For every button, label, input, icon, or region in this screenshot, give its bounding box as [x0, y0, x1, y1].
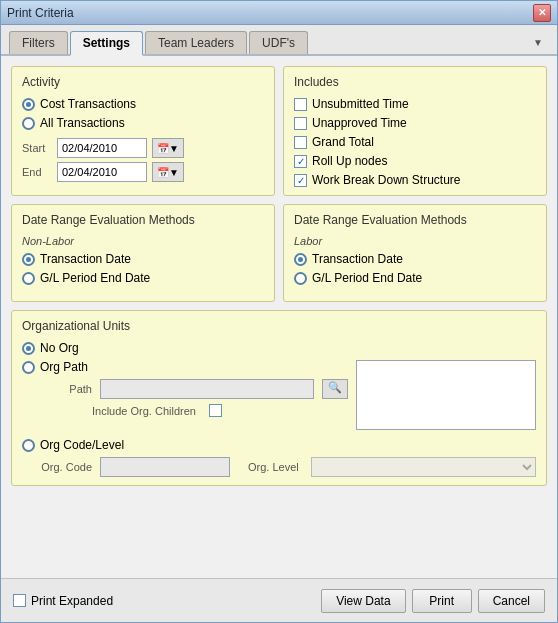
- org-code-input[interactable]: [100, 457, 230, 477]
- org-units-title: Organizational Units: [22, 319, 536, 333]
- no-org-radio[interactable]: [22, 342, 35, 355]
- non-labor-daterange-panel: Date Range Evaluation Methods Non-Labor …: [11, 204, 275, 302]
- gl-period-l-option[interactable]: G/L Period End Date: [294, 271, 536, 285]
- no-org-label: No Org: [40, 341, 79, 355]
- gl-period-nl-radio[interactable]: [22, 272, 35, 285]
- activity-radio-group: Cost Transactions All Transactions: [22, 97, 264, 130]
- transaction-date-l-radio[interactable]: [294, 253, 307, 266]
- path-input-row: Path 🔍: [22, 379, 348, 399]
- gl-period-l-label: G/L Period End Date: [312, 271, 422, 285]
- cost-transactions-radio[interactable]: [22, 98, 35, 111]
- labor-daterange-panel: Date Range Evaluation Methods Labor Tran…: [283, 204, 547, 302]
- no-org-option[interactable]: No Org: [22, 341, 536, 355]
- roll-up-nodes-option[interactable]: ✓ Roll Up nodes: [294, 154, 536, 168]
- end-label: End: [22, 166, 52, 178]
- include-children-label: Include Org. Children: [92, 405, 196, 417]
- view-data-button[interactable]: View Data: [321, 589, 405, 613]
- include-children-checkbox[interactable]: [209, 404, 222, 417]
- unsubmitted-time-label: Unsubmitted Time: [312, 97, 409, 111]
- row-date-ranges: Date Range Evaluation Methods Non-Labor …: [11, 204, 547, 302]
- close-button[interactable]: ✕: [533, 4, 551, 22]
- org-code-level-radio[interactable]: [22, 439, 35, 452]
- org-path-textarea[interactable]: [356, 360, 536, 430]
- unapproved-time-checkbox[interactable]: [294, 117, 307, 130]
- tab-filters[interactable]: Filters: [9, 31, 68, 54]
- window-title: Print Criteria: [7, 6, 74, 20]
- transaction-date-nl-label: Transaction Date: [40, 252, 131, 266]
- unapproved-time-option[interactable]: Unapproved Time: [294, 116, 536, 130]
- activity-title: Activity: [22, 75, 264, 89]
- unsubmitted-time-checkbox[interactable]: [294, 98, 307, 111]
- tab-udfs[interactable]: UDF's: [249, 31, 308, 54]
- unsubmitted-time-option[interactable]: Unsubmitted Time: [294, 97, 536, 111]
- path-search-button[interactable]: 🔍: [322, 379, 348, 399]
- org-level-label: Org. Level: [248, 461, 299, 473]
- activity-panel: Activity Cost Transactions All Transacti…: [11, 66, 275, 196]
- row-activity-includes: Activity Cost Transactions All Transacti…: [11, 66, 547, 196]
- org-left-col: Org Path Path 🔍 Include Org. Children: [22, 360, 348, 430]
- transaction-date-l-label: Transaction Date: [312, 252, 403, 266]
- grand-total-label: Grand Total: [312, 135, 374, 149]
- org-code-level-row: Org. Code Org. Level: [22, 457, 536, 477]
- end-date-row: End 📅▼: [22, 162, 264, 182]
- work-break-down-option[interactable]: ✓ Work Break Down Structure: [294, 173, 536, 187]
- transaction-date-nl-option[interactable]: Transaction Date: [22, 252, 264, 266]
- includes-panel: Includes Unsubmitted Time Unapproved Tim…: [283, 66, 547, 196]
- cost-transactions-option[interactable]: Cost Transactions: [22, 97, 264, 111]
- org-code-level-option[interactable]: Org Code/Level: [22, 438, 536, 452]
- start-date-input[interactable]: [57, 138, 147, 158]
- org-path-option[interactable]: Org Path: [22, 360, 348, 374]
- window: Print Criteria ✕ Filters Settings Team L…: [0, 0, 558, 623]
- title-bar: Print Criteria ✕: [1, 1, 557, 25]
- gl-period-nl-label: G/L Period End Date: [40, 271, 150, 285]
- footer-buttons: View Data Print Cancel: [321, 589, 545, 613]
- transaction-date-l-option[interactable]: Transaction Date: [294, 252, 536, 266]
- grand-total-checkbox[interactable]: [294, 136, 307, 149]
- print-expanded-label: Print Expanded: [31, 594, 113, 608]
- includes-checkbox-group: Unsubmitted Time Unapproved Time Grand T…: [294, 97, 536, 187]
- print-button[interactable]: Print: [412, 589, 472, 613]
- roll-up-nodes-label: Roll Up nodes: [312, 154, 387, 168]
- non-labor-radio-group: Transaction Date G/L Period End Date: [22, 252, 264, 285]
- non-labor-subtitle: Non-Labor: [22, 235, 264, 247]
- non-labor-daterange-title: Date Range Evaluation Methods: [22, 213, 264, 227]
- end-date-picker-button[interactable]: 📅▼: [152, 162, 184, 182]
- all-transactions-label: All Transactions: [40, 116, 125, 130]
- org-units-panel: Organizational Units No Org Org Path Pat…: [11, 310, 547, 486]
- labor-radio-group: Transaction Date G/L Period End Date: [294, 252, 536, 285]
- includes-title: Includes: [294, 75, 536, 89]
- tab-team-leaders[interactable]: Team Leaders: [145, 31, 247, 54]
- transaction-date-nl-radio[interactable]: [22, 253, 35, 266]
- main-content: Activity Cost Transactions All Transacti…: [1, 56, 557, 578]
- org-level-select[interactable]: [311, 457, 536, 477]
- work-break-down-checkbox[interactable]: ✓: [294, 174, 307, 187]
- end-date-input[interactable]: [57, 162, 147, 182]
- start-date-row: Start 📅▼: [22, 138, 264, 158]
- tab-settings[interactable]: Settings: [70, 31, 143, 56]
- gl-period-l-radio[interactable]: [294, 272, 307, 285]
- work-break-down-label: Work Break Down Structure: [312, 173, 461, 187]
- tabs-container: Filters Settings Team Leaders UDF's ▼: [1, 25, 557, 56]
- footer: Print Expanded View Data Print Cancel: [1, 578, 557, 622]
- footer-left: Print Expanded: [13, 594, 313, 608]
- org-path-radio[interactable]: [22, 361, 35, 374]
- org-path-label: Org Path: [40, 360, 88, 374]
- org-code-level-label: Org Code/Level: [40, 438, 124, 452]
- grand-total-option[interactable]: Grand Total: [294, 135, 536, 149]
- unapproved-time-label: Unapproved Time: [312, 116, 407, 130]
- gl-period-nl-option[interactable]: G/L Period End Date: [22, 271, 264, 285]
- tab-scroll-arrow[interactable]: ▼: [527, 33, 549, 52]
- path-input[interactable]: [100, 379, 314, 399]
- print-expanded-checkbox[interactable]: [13, 594, 26, 607]
- start-date-picker-button[interactable]: 📅▼: [152, 138, 184, 158]
- roll-up-nodes-checkbox[interactable]: ✓: [294, 155, 307, 168]
- start-label: Start: [22, 142, 52, 154]
- cost-transactions-label: Cost Transactions: [40, 97, 136, 111]
- all-transactions-radio[interactable]: [22, 117, 35, 130]
- org-path-section: Org Path Path 🔍 Include Org. Children: [22, 360, 536, 430]
- path-label: Path: [22, 383, 92, 395]
- labor-daterange-title: Date Range Evaluation Methods: [294, 213, 536, 227]
- include-children-row: Include Org. Children: [22, 404, 348, 417]
- all-transactions-option[interactable]: All Transactions: [22, 116, 264, 130]
- cancel-button[interactable]: Cancel: [478, 589, 545, 613]
